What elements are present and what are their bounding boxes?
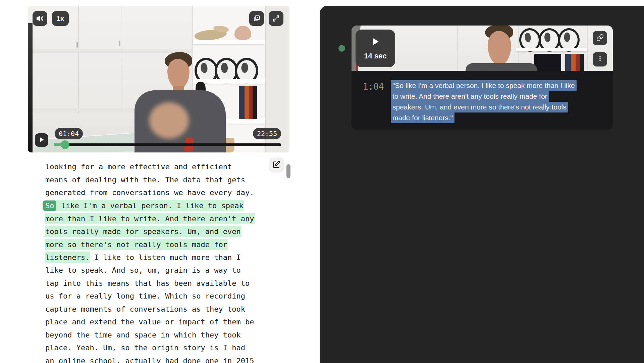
scrollbar-thumb[interactable] [286,164,290,178]
cabinet-seam [121,6,121,113]
current-time-badge: 01:04 [55,128,83,139]
transcript-text: looking for a more effective and efficie… [45,163,254,197]
thumb-shelf-side [587,26,588,71]
picture-in-picture-button[interactable] [249,11,264,26]
video-left-dark-strip [28,23,33,152]
fullscreen-button[interactable] [269,11,283,26]
transcript-highlight-start-pill[interactable]: So [43,200,57,211]
cabinet-seam [78,6,79,113]
cabinet-handle [119,41,120,46]
clip-duration-label: 14 sec [364,52,386,60]
thumb-speaker-body [466,63,537,71]
play-button[interactable] [35,133,48,147]
duration-badge: 22:55 [253,128,281,139]
clip-quote[interactable]: "So like I'm a verbal person. I like to … [392,80,607,123]
fullscreen-icon [272,14,280,22]
play-icon [370,37,380,48]
picture-in-picture-icon [253,14,261,22]
highlight-card-body: 1:04 "So like I'm a verbal person. I lik… [352,71,613,130]
progress-thumb[interactable] [61,140,69,149]
volume-button[interactable] [33,11,47,26]
transcript-text: I like to listen much more than I like t… [45,253,254,363]
cabinet-rail [33,49,193,52]
thumb-wall-seam [457,26,458,71]
video-player[interactable]: 1x 01:04 22:55 [28,6,289,152]
progress-fill [54,143,65,146]
clip-timestamp: 1:04 [363,82,384,92]
transcript[interactable]: looking for a more effective and efficie… [45,161,257,363]
playback-speed-label: 1x [56,15,64,22]
kebab-menu-icon [597,55,603,63]
link-icon [596,34,604,42]
speaker-hand-blur [149,102,189,139]
highlights-panel: 14 sec 1:04 "So like I'm a verbal person… [320,6,644,363]
play-clip-button[interactable]: 14 sec [356,30,395,67]
edit-transcript-button[interactable] [269,157,284,173]
thumb-dark-object [534,54,561,71]
edit-icon [272,161,280,170]
books [239,86,257,119]
highlight-card[interactable]: 14 sec 1:04 "So like I'm a verbal person… [352,26,613,130]
thumb-books [565,54,584,71]
clip-thumbnail: 14 sec [352,26,613,71]
cabinet-handle [76,42,78,48]
more-options-button[interactable] [593,52,607,66]
clay-vase [234,26,251,40]
copy-link-button[interactable] [593,31,607,45]
highlight-status-dot[interactable] [338,45,345,52]
shelf-board [193,40,265,44]
grain-recording-page: 1x 01:04 22:55 looking for a more effect… [0,0,644,363]
play-icon [38,136,45,144]
playback-speed-button[interactable]: 1x [52,11,69,26]
thumb-shelf-board [516,48,587,51]
volume-icon [36,14,44,22]
progress-bar[interactable] [54,143,281,146]
